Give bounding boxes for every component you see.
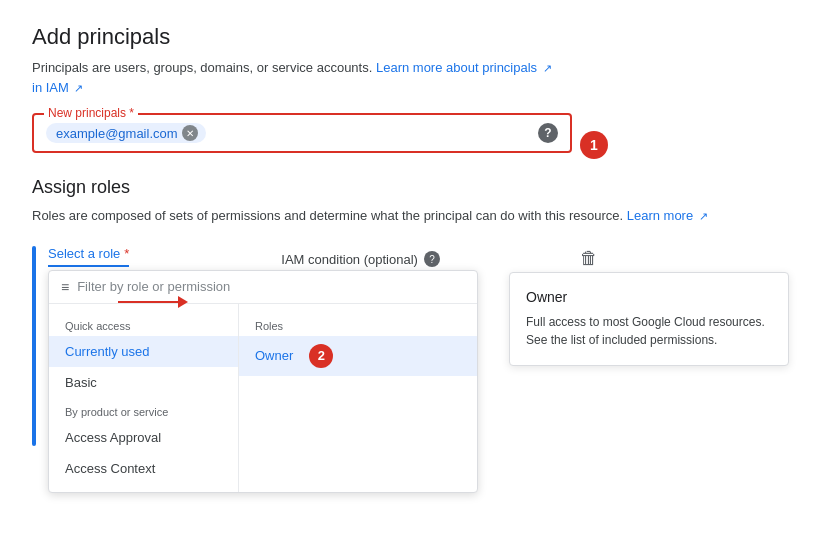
roles-header: Roles [239, 312, 477, 336]
principal-input-row: example@gmail.com ✕ ? [46, 123, 558, 143]
chip-close-button[interactable]: ✕ [182, 125, 198, 141]
blue-bar [32, 246, 36, 446]
role-row: Select a role * IAM condition (optional)… [32, 242, 789, 446]
owner-role-item[interactable]: Owner 2 [239, 336, 477, 376]
preview-card-description: Full access to most Google Cloud resourc… [526, 313, 772, 349]
required-asterisk: * [124, 246, 129, 261]
step-1-badge: 1 [580, 131, 608, 159]
external-link-icon-3: ↗ [699, 208, 708, 225]
new-principals-box: New principals * example@gmail.com ✕ ? [32, 113, 572, 153]
by-product-header: By product or service [49, 398, 238, 422]
access-context-item[interactable]: Access Context [49, 453, 238, 484]
learn-more-principals-link[interactable]: Learn more about principals ↗ [376, 60, 552, 75]
access-approval-item[interactable]: Access Approval [49, 422, 238, 453]
learn-more-roles-link[interactable]: Learn more ↗ [627, 208, 708, 223]
principals-description: Principals are users, groups, domains, o… [32, 58, 789, 97]
page-container: Add principals Principals are users, gro… [0, 0, 821, 470]
principal-chip[interactable]: example@gmail.com ✕ [46, 123, 206, 143]
role-dropdown: ≡ Quick access Currently used Basic By p… [48, 270, 478, 493]
quick-access-header: Quick access [49, 312, 238, 336]
principals-label: New principals * [44, 106, 138, 120]
step-2-badge: 2 [309, 344, 333, 368]
currently-used-item[interactable]: Currently used [49, 336, 238, 367]
dropdown-left-panel: Quick access Currently used Basic By pro… [49, 304, 239, 492]
basic-item[interactable]: Basic [49, 367, 238, 398]
dropdown-body: Quick access Currently used Basic By pro… [49, 304, 477, 492]
assign-roles-title: Assign roles [32, 177, 789, 198]
select-role-button[interactable]: Select a role * [48, 242, 129, 267]
iam-condition-help-icon[interactable]: ? [424, 251, 440, 267]
role-selector-wrapper: Select a role * IAM condition (optional)… [48, 242, 789, 271]
delete-role-button[interactable]: 🗑 [580, 248, 598, 269]
filter-input[interactable] [77, 279, 465, 294]
principals-help-icon[interactable]: ? [538, 123, 558, 143]
in-iam-link[interactable]: in IAM ↗ [32, 80, 83, 95]
iam-condition-label-group: IAM condition (optional) ? [281, 251, 440, 267]
page-title: Add principals [32, 24, 789, 50]
external-link-icon-2: ↗ [74, 80, 83, 97]
external-link-icon: ↗ [543, 60, 552, 77]
role-preview-card: Owner Full access to most Google Cloud r… [509, 272, 789, 366]
filter-icon: ≡ [61, 279, 69, 295]
roles-description: Roles are composed of sets of permission… [32, 206, 789, 226]
dropdown-filter-row: ≡ [49, 271, 477, 304]
preview-card-title: Owner [526, 289, 772, 305]
dropdown-right-panel: Roles Owner 2 [239, 304, 477, 492]
